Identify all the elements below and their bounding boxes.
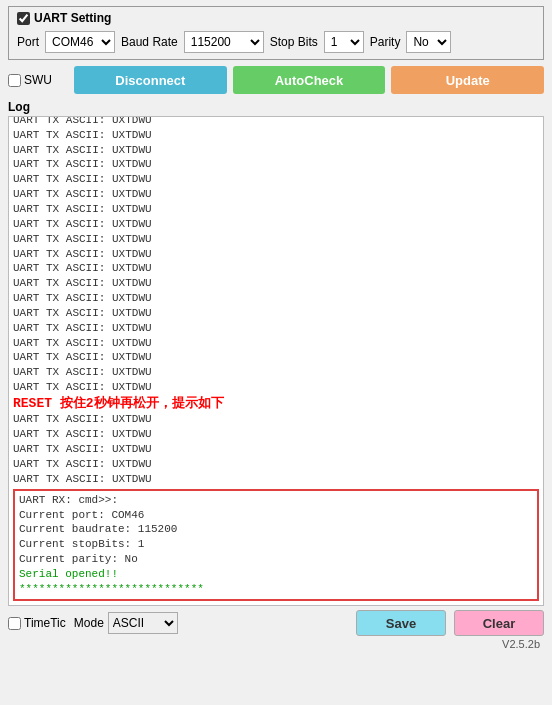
baud-select[interactable]: 115200 (184, 31, 264, 53)
mode-wrap: Mode ASCII HEX (74, 612, 178, 634)
log-line: UART TX ASCII: UXTDWU (13, 306, 539, 321)
log-line: UART TX ASCII: UXTDWU (13, 187, 539, 202)
log-line: UART TX ASCII: UXTDWU (13, 261, 539, 276)
mode-label: Mode (74, 616, 104, 630)
stop-label: Stop Bits (270, 35, 318, 49)
swu-checkbox[interactable] (8, 74, 21, 87)
log-line: UART TX ASCII: UXTDWU (13, 157, 539, 172)
version-row: V2.5.2b (8, 638, 544, 650)
log-line: UART TX ASCII: UXTDWU (13, 457, 539, 472)
bottom-row: TimeTic Mode ASCII HEX Save Clear (8, 610, 544, 636)
uart-controls-row: Port COM46 Baud Rate 115200 Stop Bits 1 … (17, 31, 535, 53)
timetic-wrap: TimeTic (8, 616, 66, 630)
log-line: UART TX ASCII: UXTDWU (13, 276, 539, 291)
log-line: UART TX ASCII: UXTDWU (13, 217, 539, 232)
reset-message: RESET 按住2秒钟再松开，提示如下 (13, 395, 539, 413)
log-highlight-line: Serial opened!! (19, 567, 533, 582)
disconnect-button[interactable]: Disconnect (74, 66, 227, 94)
port-label: Port (17, 35, 39, 49)
log-line: UART TX ASCII: UXTDWU (13, 350, 539, 365)
save-button[interactable]: Save (356, 610, 446, 636)
log-line: UART TX ASCII: UXTDWU (13, 321, 539, 336)
uart-setting-title: UART Setting (17, 11, 535, 25)
log-section: Log UART TX ASCII: UXTDWUUART TX ASCII: … (8, 100, 544, 606)
log-line: UART TX ASCII: UXTDWU (13, 412, 539, 427)
update-button[interactable]: Update (391, 66, 544, 94)
log-line: UART TX ASCII: UXTDWU (13, 143, 539, 158)
log-area[interactable]: UART TX ASCII: UXTDWUUART TX ASCII: UXTD… (8, 116, 544, 606)
uart-setting-section: UART Setting Port COM46 Baud Rate 115200… (8, 6, 544, 60)
button-row: SWU Disconnect AutoCheck Update (8, 66, 544, 94)
main-container: UART Setting Port COM46 Baud Rate 115200… (0, 0, 552, 705)
log-highlight-line: Current stopBits: 1 (19, 537, 533, 552)
version-label: V2.5.2b (502, 638, 540, 650)
port-select[interactable]: COM46 (45, 31, 115, 53)
log-line: UART TX ASCII: UXTDWU (13, 291, 539, 306)
log-line: UART TX ASCII: UXTDWU (13, 247, 539, 262)
autocheck-button[interactable]: AutoCheck (233, 66, 386, 94)
timetic-label: TimeTic (24, 616, 66, 630)
log-line: UART TX ASCII: UXTDWU (13, 365, 539, 380)
timetic-checkbox[interactable] (8, 617, 21, 630)
log-line: UART TX ASCII: UXTDWU (13, 116, 539, 128)
log-line: UART TX ASCII: UXTDWU (13, 172, 539, 187)
log-line: UART TX ASCII: UXTDWU (13, 380, 539, 395)
log-line: UART TX ASCII: UXTDWU (13, 232, 539, 247)
log-highlight-line: UART RX: cmd>>: (19, 493, 533, 508)
parity-label: Parity (370, 35, 401, 49)
stop-select[interactable]: 1 (324, 31, 364, 53)
log-line: UART TX ASCII: UXTDWU (13, 427, 539, 442)
log-line: UART TX ASCII: UXTDWU (13, 202, 539, 217)
swu-label: SWU (24, 73, 52, 87)
log-highlighted-box: UART RX: cmd>>:Current port: COM46Curren… (13, 489, 539, 601)
uart-setting-checkbox[interactable] (17, 12, 30, 25)
log-line: UART TX ASCII: UXTDWU (13, 472, 539, 487)
parity-select[interactable]: No (406, 31, 451, 53)
log-highlight-line: Current parity: No (19, 552, 533, 567)
uart-setting-label: UART Setting (34, 11, 111, 25)
log-highlight-line: Current baudrate: 115200 (19, 522, 533, 537)
swu-wrap: SWU (8, 73, 68, 87)
log-highlight-line: **************************** (19, 582, 533, 597)
mode-select[interactable]: ASCII HEX (108, 612, 178, 634)
log-label: Log (8, 100, 544, 114)
log-line: UART TX ASCII: UXTDWU (13, 128, 539, 143)
log-line: UART TX ASCII: UXTDWU (13, 336, 539, 351)
log-line: UART TX ASCII: UXTDWU (13, 442, 539, 457)
baud-label: Baud Rate (121, 35, 178, 49)
log-highlight-line: Current port: COM46 (19, 508, 533, 523)
clear-button[interactable]: Clear (454, 610, 544, 636)
